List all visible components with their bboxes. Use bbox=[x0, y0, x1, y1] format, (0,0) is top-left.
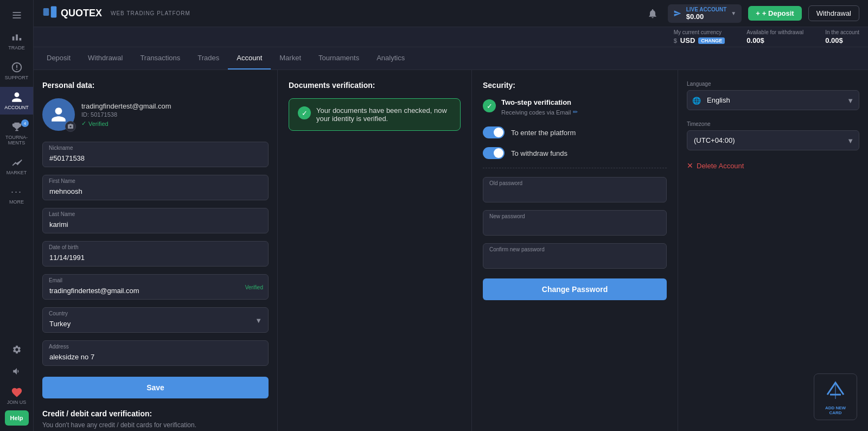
delete-account-button[interactable]: ✕ Delete Account bbox=[687, 161, 859, 170]
withdraw-funds-toggle-row: To withdraw funds bbox=[483, 147, 667, 159]
currency-name: USD bbox=[680, 36, 695, 45]
account-info-dropdown[interactable]: LIVE ACCOUNT $0.00 ▼ bbox=[668, 4, 742, 23]
new-password-label: New password bbox=[489, 213, 525, 219]
save-button[interactable]: Save bbox=[42, 377, 269, 398]
hamburger-menu-button[interactable] bbox=[7, 5, 27, 25]
enter-platform-toggle-row: To enter the platform bbox=[483, 126, 667, 138]
tab-market[interactable]: Market bbox=[271, 47, 310, 69]
plus-icon: + bbox=[756, 9, 760, 17]
account-amount: $0.00 bbox=[686, 12, 727, 21]
firstname-input[interactable] bbox=[42, 175, 269, 200]
two-step-text: Two-step verification Receiving codes vi… bbox=[501, 98, 578, 116]
change-badge[interactable]: CHANGE bbox=[698, 37, 725, 44]
user-info: tradingfindertest@gmail.com ID: 50171538… bbox=[81, 102, 171, 127]
old-password-label: Old password bbox=[489, 180, 522, 186]
timezone-section: Timezone (UTC+04:00) ▼ bbox=[687, 121, 859, 150]
notifications-bell-icon[interactable] bbox=[644, 5, 661, 22]
lastname-input[interactable] bbox=[42, 208, 269, 233]
subheader: My current currency $ USD CHANGE Availab… bbox=[34, 27, 868, 70]
audio-icon[interactable] bbox=[7, 362, 27, 381]
dob-label: Date of birth bbox=[49, 244, 78, 250]
lastname-field-group: Last Name bbox=[42, 208, 269, 233]
timezone-select[interactable]: (UTC+04:00) bbox=[687, 130, 859, 150]
personal-data-title: Personal data: bbox=[42, 81, 269, 90]
x-icon: ✕ bbox=[687, 161, 693, 170]
tab-account[interactable]: Account bbox=[228, 47, 271, 69]
add-new-card-button[interactable]: ADD NEW CARD bbox=[814, 373, 857, 420]
in-account-value: 0.00$ bbox=[825, 36, 843, 45]
nickname-input[interactable] bbox=[42, 142, 269, 167]
in-account-section: In the account 0.00$ bbox=[825, 29, 859, 45]
check-icon: ✓ bbox=[81, 120, 86, 127]
available-value: 0.00$ bbox=[746, 36, 764, 45]
sidebar-item-tournaments[interactable]: 4 TOURNA-MENTS bbox=[0, 117, 33, 150]
available-label: Available for withdrawal bbox=[746, 29, 803, 35]
withdraw-funds-label: To withdraw funds bbox=[511, 149, 567, 157]
in-account-label: In the account bbox=[825, 29, 859, 35]
nickname-label: Nickname bbox=[49, 145, 73, 151]
sidebar-item-market[interactable]: MARKET bbox=[0, 152, 33, 180]
security-title: Security: bbox=[483, 81, 667, 90]
withdrawal-button[interactable]: Withdrawal bbox=[808, 5, 859, 21]
credit-section-desc: You don't have any credit / debit cards … bbox=[42, 421, 269, 429]
confirm-password-label: Confirm new password bbox=[489, 246, 545, 252]
main-content: QUOTEX WEB TRADING PLATFORM LIVE ACCOUNT… bbox=[34, 0, 868, 431]
documents-title: Documents verification: bbox=[289, 81, 461, 90]
my-currency-label: My current currency bbox=[674, 29, 722, 35]
email-field-group: Email Verified bbox=[42, 274, 269, 300]
sidebar-item-trade[interactable]: TRADE bbox=[0, 27, 33, 55]
edit-icon[interactable]: ✏ bbox=[573, 109, 578, 116]
svg-rect-4 bbox=[51, 7, 57, 18]
withdraw-funds-toggle[interactable] bbox=[483, 147, 505, 159]
address-field-group: Address bbox=[42, 340, 269, 366]
firstname-field-group: First Name bbox=[42, 175, 269, 200]
lastname-label: Last Name bbox=[49, 211, 75, 217]
currency-symbol: $ bbox=[674, 37, 677, 44]
address-input[interactable] bbox=[42, 340, 269, 366]
country-field-group: Country Turkey ▼ bbox=[42, 307, 269, 333]
credit-section: Credit / debit card verification: You do… bbox=[42, 409, 269, 429]
tab-deposit[interactable]: Deposit bbox=[38, 47, 79, 69]
content-area: Personal data: tradingfindertest@gmail.c… bbox=[34, 70, 868, 431]
tab-tournaments[interactable]: Tournaments bbox=[310, 47, 368, 69]
join-us-button[interactable]: JOIN US bbox=[5, 383, 29, 408]
card-icon bbox=[825, 378, 846, 403]
two-step-section: ✓ Two-step verification Receiving codes … bbox=[483, 98, 667, 116]
documents-verified-box: ✓ Your documents have been checked, now … bbox=[289, 98, 461, 131]
tab-withdrawal[interactable]: Withdrawal bbox=[79, 47, 131, 69]
language-label: Language bbox=[687, 81, 859, 87]
new-password-group: New password bbox=[483, 210, 667, 236]
avatar-section: tradingfindertest@gmail.com ID: 50171538… bbox=[42, 98, 269, 131]
svg-rect-3 bbox=[43, 8, 49, 16]
platform-label: WEB TRADING PLATFORM bbox=[111, 10, 190, 16]
chevron-down-icon: ▼ bbox=[731, 10, 736, 16]
personal-data-panel: Personal data: tradingfindertest@gmail.c… bbox=[34, 70, 278, 431]
two-step-check-icon: ✓ bbox=[483, 99, 496, 112]
sidebar-item-support[interactable]: SUPPORT bbox=[0, 57, 33, 85]
change-password-button[interactable]: Change Password bbox=[483, 278, 667, 300]
tab-transactions[interactable]: Transactions bbox=[131, 47, 189, 69]
camera-icon[interactable] bbox=[65, 121, 76, 132]
language-select[interactable]: English bbox=[687, 90, 859, 110]
sidebar-item-account[interactable]: ACCOUNT bbox=[0, 87, 33, 115]
documents-panel: Documents verification: ✓ Your documents… bbox=[278, 70, 472, 431]
help-button[interactable]: Help bbox=[5, 410, 29, 426]
email-verified-label: Verified bbox=[245, 284, 263, 290]
tournaments-badge: 4 bbox=[21, 119, 29, 127]
timezone-label: Timezone bbox=[687, 121, 859, 127]
deposit-button[interactable]: + + Deposit bbox=[748, 6, 801, 21]
country-select[interactable]: Turkey bbox=[42, 307, 269, 333]
enter-platform-toggle[interactable] bbox=[483, 126, 505, 138]
tabs-row: Deposit Withdrawal Transactions Trades A… bbox=[34, 47, 868, 69]
my-currency-section: My current currency $ USD CHANGE bbox=[674, 29, 725, 45]
sidebar: TRADE SUPPORT ACCOUNT 4 TOURNA-MENTS MAR… bbox=[0, 0, 34, 431]
email-label: Email bbox=[49, 277, 62, 283]
settings-icon[interactable] bbox=[7, 340, 27, 359]
security-panel: Security: ✓ Two-step verification Receiv… bbox=[472, 70, 678, 431]
tab-trades[interactable]: Trades bbox=[189, 47, 228, 69]
verified-badge: ✓ Verified bbox=[81, 120, 171, 127]
sidebar-item-more[interactable]: ··· MORE bbox=[0, 182, 33, 209]
country-label: Country bbox=[49, 310, 68, 316]
tab-analytics[interactable]: Analytics bbox=[368, 47, 413, 69]
email-input[interactable] bbox=[42, 274, 269, 300]
